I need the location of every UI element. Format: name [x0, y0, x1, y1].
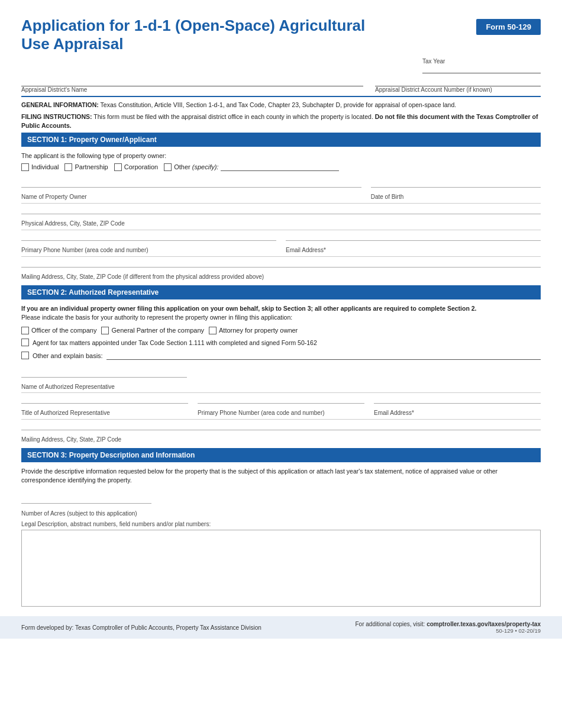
attorney-option[interactable]: Attorney for property owner: [209, 327, 298, 334]
general-partner-checkbox[interactable]: [101, 327, 109, 334]
general-info: GENERAL INFORMATION: Texas Constitution,…: [21, 101, 541, 109]
auth-rep-mailing-input[interactable]: [21, 422, 541, 430]
partnership-label: Partnership: [75, 163, 108, 170]
tax-year-field: Tax Year: [422, 58, 541, 73]
legal-desc-input[interactable]: [21, 530, 541, 607]
auth-rep-name-field: Name of Authorized Representative: [21, 369, 541, 390]
auth-rep-name-input[interactable]: [21, 369, 187, 378]
individual-option[interactable]: Individual: [21, 163, 59, 171]
auth-rep-email-label: Email Address*: [374, 410, 541, 416]
attorney-label: Attorney for property owner: [219, 327, 298, 334]
section1-title: SECTION 1: Property Owner/Applicant: [27, 136, 157, 144]
officer-option[interactable]: Officer of the company: [21, 327, 96, 334]
partnership-option[interactable]: Partnership: [64, 163, 108, 171]
acres-input[interactable]: [21, 495, 151, 504]
email-label: Email Address*: [286, 247, 541, 253]
auth-rep-title-label: Title of Authorized Representative: [21, 410, 188, 416]
partnership-checkbox[interactable]: [64, 163, 72, 171]
other-option[interactable]: Other (specify):: [164, 163, 339, 171]
footer-left: Form developed by: Texas Comptroller of …: [21, 624, 261, 631]
agent-row: Agent for tax matters appointed under Ta…: [21, 339, 541, 347]
general-partner-label: General Partner of the company: [111, 327, 204, 334]
district-name-input[interactable]: [21, 78, 363, 86]
footer-url: comptroller.texas.gov/taxes/property-tax: [427, 621, 541, 627]
district-name-label: Appraisal District's Name: [21, 86, 363, 93]
other-specify-input[interactable]: [221, 163, 339, 171]
physical-address-field: Physical Address, City, State, ZIP Code: [21, 206, 541, 227]
corporation-option[interactable]: Corporation: [114, 163, 158, 171]
main-title: Application for 1-d-1 (Open-Space) Agric…: [21, 17, 365, 53]
dob-field: Date of Birth: [371, 179, 541, 201]
phone-email-row: Primary Phone Number (area code and numb…: [21, 233, 541, 254]
auth-type-row1: Officer of the company General Partner o…: [21, 327, 541, 334]
mailing-address-field: Mailing Address, City, State, ZIP Code (…: [21, 259, 541, 281]
tax-year-label: Tax Year: [422, 58, 541, 65]
other-basis-input[interactable]: [106, 352, 541, 360]
auth-rep-title-field: Title of Authorized Representative: [21, 395, 188, 417]
mailing-address-input[interactable]: [21, 259, 541, 268]
email-field: Email Address*: [286, 233, 541, 254]
acres-field: Number of Acres (subject to this applica…: [21, 495, 541, 517]
mailing-address-label: Mailing Address, City, State, ZIP Code (…: [21, 273, 541, 280]
filing-instructions-text: This form must be filed with the apprais…: [93, 113, 373, 120]
general-info-label: GENERAL INFORMATION:: [21, 101, 99, 108]
section2-intro-bold: If you are an individual property owner …: [21, 305, 477, 312]
section3-desc: Provide the descriptive information requ…: [21, 467, 541, 485]
general-info-text: Texas Constitution, Article VIII, Sectio…: [101, 101, 457, 108]
section2-header: SECTION 2: Authorized Representative: [21, 285, 541, 299]
auth-rep-title-input[interactable]: [21, 395, 188, 404]
district-account-input[interactable]: [375, 78, 541, 86]
attorney-checkbox[interactable]: [209, 327, 217, 334]
auth-rep-mailing-label: Mailing Address, City, State, ZIP Code: [21, 436, 541, 443]
owner-name-field: Name of Property Owner: [21, 179, 361, 201]
header: Application for 1-d-1 (Open-Space) Agric…: [21, 17, 541, 53]
section1-header: SECTION 1: Property Owner/Applicant: [21, 133, 541, 147]
district-account-label: Appraisal District Account Number (if kn…: [375, 86, 541, 93]
other-basis-row: Other and explain basis:: [21, 352, 541, 360]
tax-year-input[interactable]: [422, 65, 541, 73]
footer-right-text: For additional copies, visit:: [356, 621, 427, 627]
form-badge: Form 50-129: [476, 19, 541, 35]
auth-rep-email-field: Email Address*: [374, 395, 541, 417]
dob-label: Date of Birth: [371, 194, 541, 200]
individual-checkbox[interactable]: [21, 163, 29, 171]
other-basis-checkbox[interactable]: [21, 352, 29, 359]
title-line1: Application for 1-d-1 (Open-Space) Agric…: [21, 17, 365, 34]
page-container: Application for 1-d-1 (Open-Space) Agric…: [0, 0, 562, 607]
auth-rep-name-label: Name of Authorized Representative: [21, 384, 541, 390]
legal-desc-label: Legal Description, abstract numbers, fie…: [21, 521, 541, 527]
agent-checkbox[interactable]: [21, 339, 29, 346]
general-partner-option[interactable]: General Partner of the company: [101, 327, 204, 334]
section3-title: SECTION 3: Property Description and Info…: [27, 451, 195, 459]
other-checkbox[interactable]: [164, 163, 172, 171]
phone-field: Primary Phone Number (area code and numb…: [21, 233, 276, 254]
corporation-label: Corporation: [124, 163, 158, 170]
title-line2: Use Appraisal: [21, 35, 123, 53]
auth-rep-mailing-field: Mailing Address, City, State, ZIP Code: [21, 422, 541, 443]
email-input[interactable]: [286, 233, 541, 241]
physical-address-label: Physical Address, City, State, ZIP Code: [21, 220, 541, 227]
section2-intro: If you are an individual property owner …: [21, 304, 541, 322]
corporation-checkbox[interactable]: [114, 163, 122, 171]
other-label: Other (specify):: [174, 163, 218, 170]
filing-instructions: FILING INSTRUCTIONS: This form must be f…: [21, 112, 541, 130]
filing-instructions-label: FILING INSTRUCTIONS:: [21, 113, 92, 120]
name-dob-row: Name of Property Owner Date of Birth: [21, 179, 541, 201]
auth-rep-email-input[interactable]: [374, 395, 541, 404]
applicant-prompt: The applicant is the following type of p…: [21, 152, 541, 160]
phone-input[interactable]: [21, 233, 276, 241]
physical-address-input[interactable]: [21, 206, 541, 214]
dob-input[interactable]: [371, 179, 541, 188]
owner-name-input[interactable]: [21, 179, 361, 188]
other-basis-label: Other and explain basis:: [33, 352, 103, 359]
section2-intro-normal: Please indicate the basis for your autho…: [21, 314, 292, 321]
section3-header: SECTION 3: Property Description and Info…: [21, 448, 541, 462]
auth-rep-phone-label: Primary Phone Number (area code and numb…: [198, 410, 364, 416]
district-account-field: Appraisal District Account Number (if kn…: [375, 78, 541, 94]
individual-label: Individual: [31, 163, 59, 170]
auth-rep-phone-input[interactable]: [198, 395, 364, 404]
district-row: Appraisal District's Name Appraisal Dist…: [21, 78, 541, 97]
officer-checkbox[interactable]: [21, 327, 29, 334]
auth-rep-details-row: Title of Authorized Representative Prima…: [21, 395, 541, 417]
owner-name-label: Name of Property Owner: [21, 194, 361, 200]
